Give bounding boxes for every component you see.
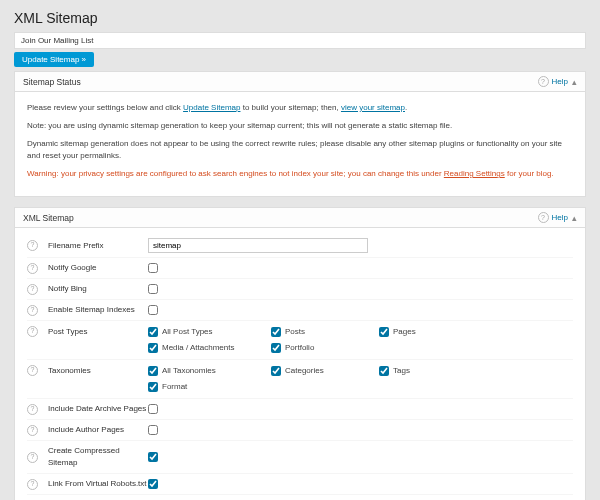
row-robots: ? Link From Virtual Robots.txt: [27, 474, 573, 495]
taxonomy-label: Tags: [393, 365, 410, 377]
help-icon[interactable]: ?: [27, 284, 38, 295]
row-filename-prefix: ? Filename Prefix: [27, 234, 573, 258]
post-type-item: Posts: [271, 326, 371, 338]
taxonomy-checkbox-0[interactable]: [148, 366, 158, 376]
collapse-icon[interactable]: ▴: [572, 213, 577, 223]
help-icon[interactable]: ?: [27, 479, 38, 490]
taxonomy-checkbox-2[interactable]: [379, 366, 389, 376]
status-panel-body: Please review your settings below and cl…: [14, 92, 586, 197]
notify-google-checkbox[interactable]: [148, 263, 158, 273]
taxonomy-label: Format: [162, 381, 187, 393]
post-type-item: All Post Types: [148, 326, 263, 338]
taxonomy-item: Tags: [379, 365, 479, 377]
row-post-types: ? Post Types All Post TypesPostsPagesMed…: [27, 321, 573, 360]
taxonomy-label: Categories: [285, 365, 324, 377]
help-icon: ?: [538, 212, 549, 223]
notify-bing-checkbox[interactable]: [148, 284, 158, 294]
filename-prefix-input[interactable]: [148, 238, 368, 253]
form-panel-header: XML Sitemap ?Help ▴: [14, 207, 586, 228]
status-text-2: Note: you are using dynamic sitemap gene…: [27, 120, 573, 132]
post-type-item: Media / Attachments: [148, 342, 263, 354]
compressed-checkbox[interactable]: [148, 452, 158, 462]
post-type-label: Media / Attachments: [162, 342, 234, 354]
include-author-checkbox[interactable]: [148, 425, 158, 435]
robots-checkbox[interactable]: [148, 479, 158, 489]
post-type-checkbox-1[interactable]: [271, 327, 281, 337]
row-notify-bing: ? Notify Bing: [27, 279, 573, 300]
post-type-item: Portfolio: [271, 342, 371, 354]
post-type-checkbox-4[interactable]: [271, 343, 281, 353]
post-type-label: Posts: [285, 326, 305, 338]
taxonomy-item: Categories: [271, 365, 371, 377]
help-icon: ?: [538, 76, 549, 87]
taxonomy-item: All Taxonomies: [148, 365, 263, 377]
status-panel-title: Sitemap Status: [23, 77, 81, 87]
row-include-author: ? Include Author Pages: [27, 420, 573, 441]
post-type-checkbox-3[interactable]: [148, 343, 158, 353]
update-sitemap-button[interactable]: Update Sitemap »: [14, 52, 94, 67]
help-icon[interactable]: ?: [27, 425, 38, 436]
update-sitemap-link[interactable]: Update Sitemap: [183, 103, 240, 112]
help-icon[interactable]: ?: [27, 404, 38, 415]
view-sitemap-link[interactable]: view your sitemap: [341, 103, 405, 112]
reading-settings-link[interactable]: Reading Settings: [444, 169, 505, 178]
form-panel-title: XML Sitemap: [23, 213, 74, 223]
help-icon[interactable]: ?: [27, 305, 38, 316]
row-notify-google: ? Notify Google: [27, 258, 573, 279]
row-taxonomies: ? Taxonomies All TaxonomiesCategoriesTag…: [27, 360, 573, 399]
status-warning: Warning: your privacy settings are confi…: [27, 168, 573, 180]
status-text-3: Dynamic sitemap generation does not appe…: [27, 138, 573, 162]
help-icon[interactable]: ?: [27, 365, 38, 376]
taxonomy-checkbox-1[interactable]: [271, 366, 281, 376]
post-type-label: Portfolio: [285, 342, 314, 354]
status-text-1: Please review your settings below and cl…: [27, 102, 573, 114]
help-icon[interactable]: ?: [27, 326, 38, 337]
help-icon[interactable]: ?: [27, 452, 38, 463]
taxonomy-label: All Taxonomies: [162, 365, 216, 377]
post-type-label: All Post Types: [162, 326, 213, 338]
taxonomy-item: Format: [148, 381, 263, 393]
post-type-label: Pages: [393, 326, 416, 338]
taxonomy-checkbox-3[interactable]: [148, 382, 158, 392]
row-compressed: ? Create Compressed Sitemap: [27, 441, 573, 474]
collapse-icon[interactable]: ▴: [572, 77, 577, 87]
row-enable-indexes: ? Enable Sitemap Indexes: [27, 300, 573, 321]
page-title: XML Sitemap: [14, 10, 586, 26]
row-include-date: ? Include Date Archive Pages: [27, 399, 573, 420]
post-type-checkbox-2[interactable]: [379, 327, 389, 337]
mailing-list-notice[interactable]: Join Our Mailing List: [14, 32, 586, 49]
form-panel-body: ? Filename Prefix ? Notify Google ? Noti…: [14, 228, 586, 500]
row-dynamic: ? Dynamically Generate Sitemap: [27, 495, 573, 500]
include-date-checkbox[interactable]: [148, 404, 158, 414]
post-type-item: Pages: [379, 326, 479, 338]
form-help-link[interactable]: ?Help: [538, 212, 568, 223]
post-type-checkbox-0[interactable]: [148, 327, 158, 337]
help-icon[interactable]: ?: [27, 263, 38, 274]
help-icon[interactable]: ?: [27, 240, 38, 251]
enable-indexes-checkbox[interactable]: [148, 305, 158, 315]
status-help-link[interactable]: ?Help: [538, 76, 568, 87]
status-panel-header: Sitemap Status ?Help ▴: [14, 71, 586, 92]
